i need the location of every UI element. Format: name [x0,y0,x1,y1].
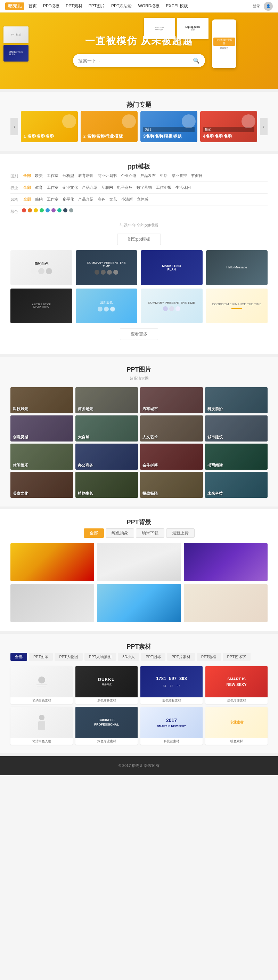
img-card-1[interactable]: 科技风景 [10,387,73,414]
filter-tag-sty-8[interactable]: 立体感 [135,196,150,202]
mat-card-7[interactable]: 2017 SMART IS NEW SEXY 科技蓝素材 [140,707,203,745]
template-card-3[interactable]: MARKETINGPLAN [141,250,203,285]
mat-card-2[interactable]: DUKKU 商务专业 深色商务素材 [75,666,138,704]
color-orange[interactable] [28,208,32,212]
template-card-4[interactable]: Hello Message [206,250,268,285]
bg-card-3[interactable] [184,543,268,581]
img-card-12[interactable]: 书写阅读 [205,444,268,470]
hot-prev-btn[interactable]: ‹ [10,118,18,135]
mat-tab-people[interactable]: PPT人物图 [54,653,83,661]
filter-tag-ind-6[interactable]: 电子商务 [116,185,134,191]
nav-excel[interactable]: EXCEL模板 [166,3,187,9]
filter-tag-ind-4[interactable]: 产品介绍 [81,185,99,191]
filter-tag-ind-8[interactable]: 工作汇报 [155,185,173,191]
filter-tag-sty-5[interactable]: 商务 [96,196,107,202]
bg-card-4[interactable] [10,584,94,622]
mat-tab-all[interactable]: 全部 [10,653,27,661]
filter-tag-1-2[interactable]: 工作室 [46,173,60,179]
bg-card-2[interactable] [97,543,181,581]
mat-card-1[interactable]: 简约白色素材 [10,666,73,704]
img-card-13[interactable]: 美食文化 [10,472,73,498]
filter-tag-sty-4[interactable]: 产品介绍 [77,196,95,202]
filter-tag-1-10[interactable]: 节假日 [190,173,204,179]
template-card-6[interactable]: 清新蓝色 [76,288,138,323]
img-card-8[interactable]: 城市建筑 [205,415,268,442]
img-card-11[interactable]: 奋斗拼搏 [140,444,203,470]
color-gray[interactable] [69,208,73,212]
bg-card-6[interactable] [184,584,268,622]
filter-tag-all-1[interactable]: 全部 [22,173,32,179]
bg-tab-abstract[interactable]: 纯色抽象 [106,528,134,538]
img-card-15[interactable]: 挑战极限 [140,472,203,498]
img-card-4[interactable]: 科技前沿 [205,387,268,414]
template-card-1[interactable]: 简约白色 [10,250,72,285]
mat-tab-illustrations[interactable]: PPT人物插图 [84,653,116,661]
nav-word[interactable]: WORD模板 [138,3,159,9]
img-card-5[interactable]: 创意灵感 [10,415,73,442]
nav-ppt-images[interactable]: PPT图片 [89,3,105,9]
filter-tag-ind-1[interactable]: 教育 [34,185,44,191]
img-card-7[interactable]: 人文艺术 [140,415,203,442]
mat-tab-elements[interactable]: PPT片素材 [167,653,195,661]
hot-card-3[interactable]: 热门 3名称名称模板标题 [140,111,197,142]
hot-card-1[interactable]: 1 名称名称名称 [21,111,78,142]
color-red[interactable] [22,208,26,212]
filter-tag-ind-2[interactable]: 工作室 [46,185,60,191]
filter-tag-1-4[interactable]: 教育培训 [77,173,95,179]
filter-tag-1-5[interactable]: 商业计划书 [96,173,118,179]
user-avatar[interactable]: 👤 [264,2,273,11]
filter-tag-1-7[interactable]: 产品发布 [139,173,157,179]
filter-tag-ind-7[interactable]: 数字营销 [135,185,153,191]
filter-tag-ind-9[interactable]: 生活休闲 [174,185,192,191]
filter-tag-sty-all[interactable]: 全部 [22,196,32,202]
nav-ppt-templates[interactable]: PPT模板 [43,3,59,9]
nav-ppt-materials[interactable]: PPT素材 [66,3,82,9]
filter-tag-1-9[interactable]: 毕业答辩 [170,173,188,179]
mat-tab-icons[interactable]: PPT图标 [141,653,165,661]
filter-tag-1-1[interactable]: 欧美 [34,173,44,179]
mat-card-3[interactable]: 1781 597 398 841597 蓝色图标素材 [140,666,203,704]
mat-tab-diagrams[interactable]: PPT图示 [29,653,53,661]
color-purple[interactable] [51,208,56,212]
filter-tag-sty-3[interactable]: 扁平化 [61,196,75,202]
mat-tab-3d[interactable]: 3D小人 [118,653,139,661]
mat-card-5[interactable]: 简洁白色人物 [10,707,73,745]
filter-tag-ind-all[interactable]: 全部 [22,185,32,191]
filter-tag-sty-1[interactable]: 简约 [34,196,44,202]
filter-tag-sty-7[interactable]: 小清新 [120,196,134,202]
load-more-templates-btn[interactable]: 查看更多 [120,329,158,340]
nav-ppt-methods[interactable]: PPT方法论 [111,3,132,9]
mat-card-8[interactable]: 专业素材 暖色素材 [205,707,268,745]
filter-tag-ind-5[interactable]: 互联网 [100,185,114,191]
filter-tag-sty-2[interactable]: 工作室 [46,196,60,202]
img-card-14[interactable]: 植物生长 [75,472,138,498]
mat-tab-borders[interactable]: PPT边框 [197,653,221,661]
filter-tag-sty-6[interactable]: 文艺 [108,196,119,202]
search-input[interactable] [78,58,193,63]
color-green[interactable] [40,208,44,212]
template-card-2[interactable]: SUMMARY PRESENT THETIME [76,250,138,285]
site-logo[interactable]: 稻壳儿 [5,2,24,10]
template-card-7[interactable]: SUMMARY PRESENT THE TIME [141,288,203,323]
mat-card-4[interactable]: SMART IS NEW SEXY 红色渐变素材 [205,666,268,704]
template-card-8[interactable]: CORPORATE FINANCE THE TIME [206,288,268,323]
img-card-3[interactable]: 汽车城市 [140,387,203,414]
filter-tag-1-3[interactable]: 分析型 [61,173,75,179]
color-yellow[interactable] [34,208,38,212]
nav-login[interactable]: 登录 [253,3,260,9]
nav-home[interactable]: 首页 [29,3,37,9]
bg-tab-all[interactable]: 全部 [84,528,104,538]
bg-tab-nano[interactable]: 纳米下载 [136,528,164,538]
mat-card-6[interactable]: BUSINESS PROFESSIONAL 深色专业素材 [75,707,138,745]
template-card-5[interactable]: A LITTLE BIT OFEVERYTHING [10,288,72,323]
hot-card-2[interactable]: 2 名称名称行业模板 [81,111,138,142]
bg-card-5[interactable] [97,584,181,622]
img-card-9[interactable]: 休闲娱乐 [10,444,73,470]
img-card-16[interactable]: 未来科技 [205,472,268,498]
mat-tab-art[interactable]: PPT艺术字 [223,653,251,661]
color-dark[interactable] [63,208,67,212]
bg-tab-new[interactable]: 最新上传 [166,528,195,538]
img-card-6[interactable]: 大自然 [75,415,138,442]
hot-next-btn[interactable]: › [260,118,268,135]
filter-tag-1-8[interactable]: 生活 [159,173,169,179]
